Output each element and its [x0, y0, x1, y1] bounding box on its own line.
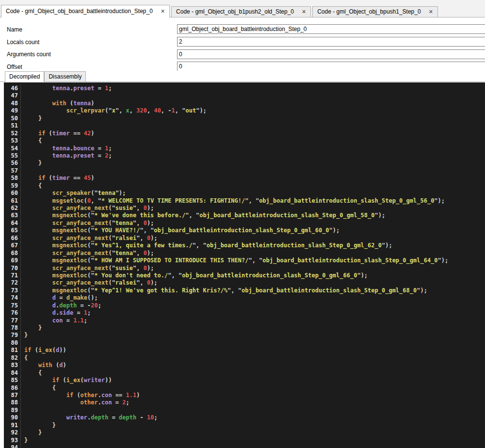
code-line: 85 if (i_ex(writer)) [4, 377, 485, 384]
code-editor[interactable]: 46 tenna.preset = 1;4748 with (tenna)49 … [4, 82, 485, 448]
line-number: 83 [4, 362, 21, 369]
code-line: 77 con = 1.1; [4, 317, 485, 324]
line-number: 79 [4, 332, 21, 339]
code-token: , [147, 107, 154, 114]
code-token: ); [361, 272, 368, 279]
code-token: obj_board_battleintroduction_slash_Step_… [242, 287, 417, 294]
code-token: " [112, 220, 115, 226]
tab-disassembly[interactable]: Disassembly [44, 71, 86, 81]
code-line: 84 { [4, 369, 485, 377]
code-token: other [81, 392, 98, 399]
code-token [24, 130, 38, 137]
code-token: timer [52, 130, 70, 137]
line-number: 46 [4, 85, 21, 92]
code-token: 320 [136, 107, 147, 114]
code-line: 79} [4, 332, 485, 339]
code-token [24, 235, 52, 241]
code-token: d [59, 362, 63, 368]
code-token: scr_anyface_next [52, 279, 109, 286]
code-token: = [95, 85, 105, 92]
tab-label: Code - gml_Object_obj_bpush1_Step_0 [317, 8, 420, 15]
code-token: " [112, 235, 115, 241]
arguments-count-input[interactable] [177, 49, 485, 59]
code-token: ( [52, 347, 56, 353]
code-line: 48 with (tenna) [4, 100, 485, 107]
code-token: ); [147, 205, 154, 211]
code-token: ); [150, 279, 157, 286]
code-token: 1 [84, 309, 87, 316]
line-number: 77 [4, 317, 21, 324]
code-token: " [193, 242, 196, 249]
line-number: 69 [4, 257, 21, 264]
code-token: } [24, 324, 42, 331]
code-token: } [24, 160, 42, 166]
code-token: susie [115, 265, 133, 272]
tab-code-board-battleintroduction[interactable]: Code - gml_Object_obj_board_battleintrod… [1, 5, 170, 17]
code-token: msgnextloc [52, 227, 87, 234]
code-token: , [189, 212, 196, 219]
code-line: 86 { [4, 384, 485, 392]
code-token: obj_board_battleintroduction_slash_Step_… [262, 257, 437, 264]
code-token [24, 220, 52, 226]
tab-decompiled[interactable]: Decompiled [5, 71, 44, 82]
code-token: " [95, 190, 98, 196]
code-token: { [24, 369, 42, 376]
tab-code-b1push2-old[interactable]: Code - gml_Object_obj_b1push2_old_Step_0… [171, 6, 311, 17]
code-line: 78 } [4, 324, 485, 332]
line-number: 53 [4, 137, 21, 144]
code-token: 10 [147, 414, 154, 421]
code-token: preset [73, 152, 94, 159]
offset-input[interactable] [177, 62, 485, 71]
close-icon[interactable]: ✕ [302, 9, 306, 15]
code-token [24, 152, 52, 159]
code-token [24, 227, 52, 234]
code-token: " [112, 250, 115, 256]
tab-code-bpush1[interactable]: Code - gml_Object_obj_bpush1_Step_0 ✕ [312, 6, 438, 17]
code-token: " [91, 287, 94, 294]
code-token: } [24, 437, 28, 444]
code-token: msgnextloc [52, 272, 87, 279]
code-token: { [24, 354, 28, 361]
offset-label: Offset [7, 64, 22, 70]
code-line: 82{ [4, 354, 485, 362]
code-token: ralsei [115, 279, 136, 286]
code-token: * YOU HAVE?!/ [95, 227, 140, 234]
code-token: x [112, 107, 115, 114]
close-icon[interactable]: ✕ [429, 9, 433, 15]
code-token: ; [126, 399, 129, 406]
code-token [24, 145, 52, 152]
locals-count-input[interactable] [177, 37, 485, 47]
code-token: " [185, 212, 189, 219]
code-line: 51 [4, 122, 485, 129]
code-token: " [112, 279, 115, 286]
code-token: " [98, 197, 101, 204]
code-token: ( [81, 377, 84, 384]
close-icon[interactable]: ✕ [161, 9, 165, 14]
line-number: 61 [4, 197, 21, 205]
code-token: ( [108, 235, 112, 241]
code-token: == [70, 175, 84, 181]
code-line: 56 } [4, 160, 485, 167]
code-token: msgnextloc [52, 212, 87, 219]
code-token: ) [91, 100, 94, 107]
code-token: " [434, 197, 437, 204]
code-token: 0 [144, 220, 147, 226]
code-token: , [231, 287, 238, 294]
code-token: writer [84, 377, 105, 384]
code-token: } [24, 115, 42, 122]
line-number: 88 [4, 399, 21, 406]
code-token: i_ex [66, 377, 81, 384]
code-token: scr_lerpvar [66, 107, 105, 114]
code-token: " [438, 257, 441, 264]
code-line: 68 scr_anyface_next("tenna", 0); [4, 250, 485, 257]
code-token: if [38, 130, 45, 137]
arguments-count-label: Arguments count [7, 51, 51, 58]
code-token: { [24, 182, 42, 189]
code-token: == [112, 392, 126, 399]
name-input[interactable] [177, 24, 485, 34]
code-token [24, 317, 52, 324]
line-number: 72 [4, 279, 21, 287]
line-number: 75 [4, 302, 21, 309]
code-token: " [91, 257, 94, 264]
code-token: ralsei [115, 235, 136, 241]
